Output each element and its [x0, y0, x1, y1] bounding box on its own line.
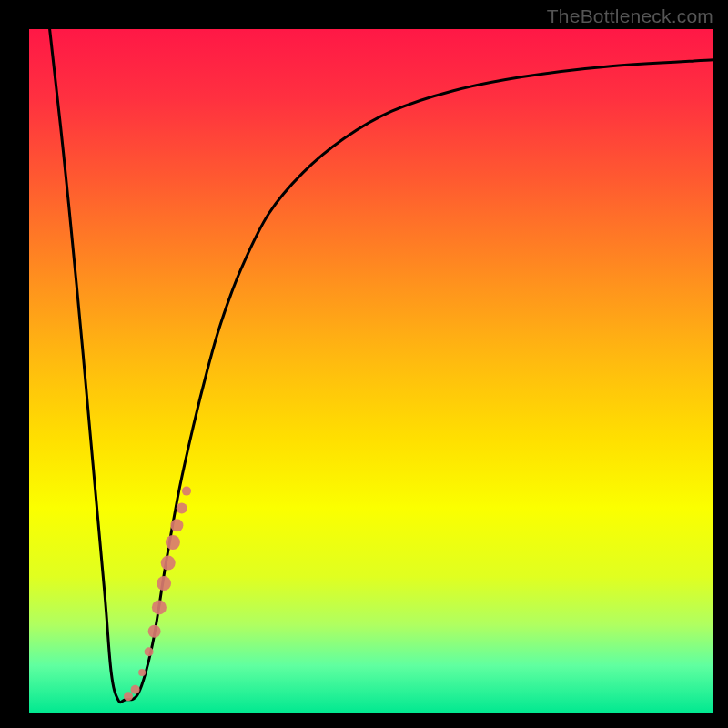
watermark-text: TheBottleneck.com	[547, 5, 713, 27]
highlight-dots	[124, 487, 191, 702]
highlight-dot	[161, 556, 176, 571]
highlight-dot	[152, 600, 167, 614]
plot-area	[29, 29, 713, 713]
highlight-dot	[124, 692, 133, 701]
highlight-dot	[131, 685, 140, 694]
chart-svg	[29, 29, 713, 713]
highlight-dot	[170, 519, 183, 531]
highlight-dot	[148, 625, 161, 638]
chart-frame: TheBottleneck.com	[0, 0, 728, 728]
highlight-dot	[138, 669, 146, 676]
highlight-dot	[177, 502, 187, 513]
highlight-dot	[182, 487, 191, 496]
bottleneck-curve	[50, 29, 713, 703]
highlight-dot	[157, 576, 171, 591]
highlight-dot	[145, 647, 154, 656]
highlight-dot	[166, 535, 180, 550]
